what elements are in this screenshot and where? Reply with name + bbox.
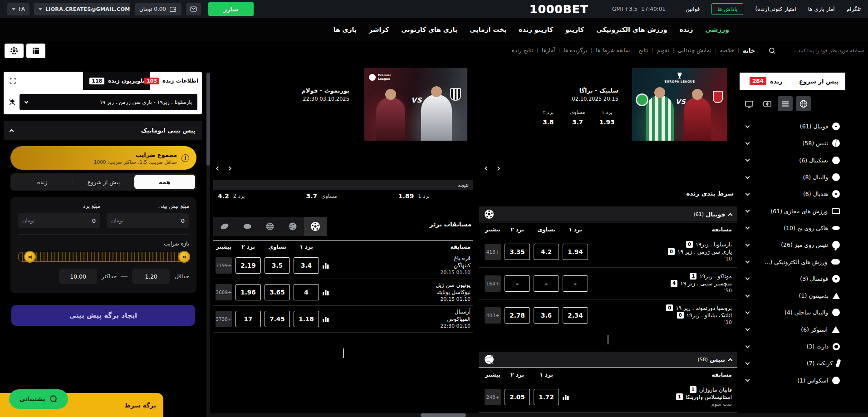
grid-view-button[interactable] (26, 44, 45, 58)
odd-win1[interactable]: 3.4 (294, 257, 319, 274)
stake-input[interactable]: 0 تومان (107, 213, 189, 228)
win-input[interactable]: 0 تومان (18, 213, 100, 228)
carousel-next-icon[interactable]: › (484, 163, 488, 172)
odd-draw[interactable]: مساوی3.7 (306, 192, 337, 200)
filter-ice-hockey[interactable] (236, 217, 259, 236)
nav-item-sports[interactable]: ورزشی (705, 26, 729, 33)
featured-match-info[interactable]: بورنموث - فولام 22:30 03.10.2025 (298, 87, 349, 102)
sidebar-item-snooker[interactable]: اسنوکر(6) (740, 321, 845, 338)
sidebar-item-squash[interactable]: اسکواش(1) (740, 372, 845, 388)
odd-win1[interactable]: برد 11.89 (398, 192, 430, 200)
sidebar-item-football[interactable]: فوتبال(61) (740, 118, 845, 135)
nav-item-casino[interactable]: کازینو (565, 26, 584, 33)
match-select-dropdown[interactable]: بارسلونا . زیر۱۹ - پاری سن ژرمن . زیر ۱۹ (20, 94, 197, 110)
featured-match-photo-celtic-braga[interactable]: EUROPA LEAGUE VS (632, 68, 727, 141)
live-match-row[interactable]: فابیان ماروژان1 استانیسلاس واورینکا1 ست … (479, 381, 737, 413)
nav-item-games[interactable]: بازی ها (333, 26, 357, 33)
subnav-live-results[interactable]: نتایج زنده (508, 47, 537, 54)
odd-win2[interactable]: 2.19 (235, 257, 261, 274)
subnav-home[interactable]: خانه (739, 47, 759, 54)
fullscreen-icon[interactable] (9, 77, 16, 84)
odd-draw[interactable]: 3.65 (265, 284, 290, 300)
sidebar-item-badminton[interactable]: بدمینتون(1) (740, 287, 845, 304)
subnav-results[interactable]: نتایج (634, 47, 652, 54)
live-match-row[interactable]: بارسلونا . زیر۱۹0 پاری سن ژرمن . زیر ۱۹0… (479, 236, 737, 268)
sidebar-item-ice-hockey[interactable]: هاکی روی یخ(10) (740, 220, 845, 236)
slider-handle-max[interactable] (24, 251, 36, 263)
view-globe-button[interactable] (796, 96, 811, 111)
view-tv-button[interactable] (741, 96, 756, 111)
odd-draw[interactable]: - (534, 275, 559, 292)
live-match-row[interactable]: موناکو . زیر۱۹1 منچستر سیتی . زیر ۱۹4 50… (479, 268, 737, 299)
featured-match-photo-bournemouth-fulham[interactable]: Premier League VS (364, 68, 467, 141)
search-input[interactable]: مسابقه مورد نظر خود را پیدا کنید... (768, 41, 864, 60)
odd-win1[interactable]: 1.72 (534, 389, 559, 405)
more-markets-button[interactable]: +3689 (216, 284, 232, 300)
sidebar-item-beach-volleyball[interactable]: والیبال ساحلی(4) (740, 304, 845, 321)
tab-live[interactable]: زنده 284 (740, 73, 793, 90)
tab-live-info[interactable]: اطلاعات زنده 103 (150, 72, 202, 90)
more-markets-button[interactable]: +3199 (216, 257, 232, 274)
tab-prematch[interactable]: پیش از شروع (793, 73, 846, 90)
live-football-header[interactable]: فوتبال (61) (479, 206, 737, 222)
nav-item-esports[interactable]: ورزش های الکترونیکی (596, 26, 667, 33)
odd-draw[interactable]: 3.6 (534, 307, 559, 324)
tab-live-mode[interactable]: زنده (12, 175, 73, 189)
bonuses-button[interactable]: پاداش ها (711, 3, 743, 15)
subnav-bet-history[interactable]: سابقه شرط ها (592, 47, 634, 54)
odd-win1[interactable]: برد ۱1.93 (595, 109, 618, 126)
odd-win1[interactable]: 1.18 (294, 311, 319, 327)
settings-button[interactable] (5, 44, 24, 58)
nav-item-live-casino[interactable]: کازینو زنده (519, 26, 553, 33)
tab-all[interactable]: همه (134, 175, 195, 189)
view-list-button[interactable] (778, 96, 793, 111)
odd-draw[interactable]: مساوی3.7 (566, 109, 589, 126)
info-icon[interactable]: i (181, 154, 189, 162)
messages-button[interactable] (186, 3, 201, 15)
live-score-link[interactable]: امتیاز کنونی(زنده) (755, 6, 796, 12)
slider-track[interactable] (18, 252, 189, 262)
rules-link[interactable]: قوانین (686, 6, 700, 12)
odd-win2[interactable]: برد 24.2 (218, 192, 245, 200)
odd-win1[interactable]: - (563, 275, 588, 292)
language-selector[interactable]: FA (7, 3, 29, 15)
live-match-row[interactable]: بروسیا دورتموند . زیر ۱۹0 اتلتیک بیلبائو… (479, 299, 737, 331)
odd-win1[interactable]: 2.34 (563, 307, 588, 324)
nav-item-cartoon-games[interactable]: بازی های کارتونی (401, 26, 457, 33)
odd-win1[interactable]: 1.94 (563, 244, 588, 260)
odd-win1[interactable]: 4 (294, 284, 319, 300)
subnav-calendar[interactable]: تقویم (653, 47, 673, 54)
match-row[interactable]: یونیون سن ژیل نیوکاسل یونایتد 20:15 01.1… (213, 279, 473, 306)
expand-more-button[interactable] (608, 335, 608, 343)
more-markets-button[interactable]: +3738 (216, 311, 232, 327)
odd-win2[interactable]: 2.05 (505, 389, 530, 405)
sidebar-item-cricket[interactable]: کریکت(7) (740, 355, 845, 372)
scrollbar-thumb[interactable] (206, 73, 210, 166)
subnav-favorites[interactable]: برگزیده ها (559, 47, 591, 54)
sidebar-item-futsal[interactable]: فوتسال(3) (740, 270, 845, 287)
charge-button[interactable]: شارژ (208, 2, 254, 16)
subnav-statistics[interactable]: آمارها (538, 47, 559, 54)
odd-win2[interactable]: 2.78 (505, 307, 530, 324)
more-markets-button[interactable]: +248 (485, 389, 501, 405)
sidebar-item-esports[interactable]: ورزش های الکترونیکی(... (740, 253, 845, 270)
odd-win2[interactable]: 3.35 (505, 244, 530, 260)
sidebar-item-volleyball[interactable]: والیبال(8) (740, 169, 845, 186)
subnav-overview[interactable]: خلاصه (716, 47, 738, 54)
match-row[interactable]: آرسنال المپیاکوس 22:30 01.10 1.18 7.45 1… (213, 306, 473, 333)
odd-draw[interactable]: 3.5 (265, 257, 290, 274)
wallet-balance[interactable]: 0.00 تومان (135, 3, 181, 15)
odd-win2[interactable]: 17 (235, 311, 261, 327)
filter-tennis[interactable] (281, 217, 304, 236)
slider-handle-min[interactable] (178, 251, 190, 263)
more-markets-button[interactable]: +413 (485, 244, 501, 260)
sidebar-item-basketball[interactable]: بسکتبال(6) (740, 152, 845, 169)
more-markets-button[interactable]: +164 (485, 275, 501, 292)
filter-football[interactable] (304, 217, 327, 236)
tab-live-tv[interactable]: تلویزیون زنده 118 (83, 72, 150, 90)
game-stats-link[interactable]: آمار بازی ها (808, 6, 835, 12)
sidebar-item-virtual-sports[interactable]: ورزش های مجازی(61) (740, 202, 845, 219)
live-tennis-header[interactable]: تنیس (58) (479, 352, 737, 368)
sidebar-item-darts[interactable]: دارت(3) (740, 338, 845, 355)
subnav-multiview[interactable]: نمایش چندتایی (674, 47, 716, 54)
